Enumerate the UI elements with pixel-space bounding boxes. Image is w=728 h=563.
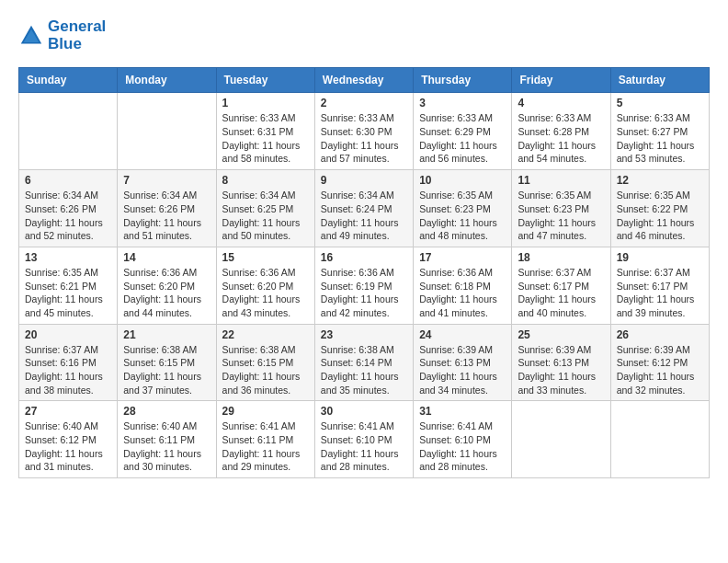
calendar-cell: 16Sunrise: 6:36 AMSunset: 6:19 PMDayligh… <box>314 247 413 324</box>
day-number: 19 <box>617 251 703 264</box>
day-number: 21 <box>123 328 210 341</box>
cell-content: Sunrise: 6:35 AMSunset: 6:23 PMDaylight:… <box>419 189 506 243</box>
calendar-cell: 14Sunrise: 6:36 AMSunset: 6:20 PMDayligh… <box>118 247 216 324</box>
weekday-header-tuesday: Tuesday <box>216 68 314 93</box>
cell-content: Sunrise: 6:33 AMSunset: 6:30 PMDaylight:… <box>321 111 407 166</box>
calendar-cell <box>118 93 216 170</box>
calendar-cell: 3Sunrise: 6:33 AMSunset: 6:29 PMDaylight… <box>414 93 512 170</box>
day-number: 15 <box>222 251 309 264</box>
cell-content: Sunrise: 6:35 AMSunset: 6:22 PMDaylight:… <box>617 189 703 243</box>
cell-content: Sunrise: 6:39 AMSunset: 6:13 PMDaylight:… <box>518 343 604 397</box>
calendar-cell: 20Sunrise: 6:37 AMSunset: 6:16 PMDayligh… <box>19 324 118 401</box>
day-number: 23 <box>321 328 407 341</box>
day-number: 17 <box>419 251 506 264</box>
weekday-header-wednesday: Wednesday <box>314 68 413 93</box>
day-number: 6 <box>25 174 111 187</box>
cell-content: Sunrise: 6:36 AMSunset: 6:20 PMDaylight:… <box>123 266 210 320</box>
calendar-cell: 18Sunrise: 6:37 AMSunset: 6:17 PMDayligh… <box>512 247 610 324</box>
calendar-cell: 29Sunrise: 6:41 AMSunset: 6:11 PMDayligh… <box>216 401 314 478</box>
day-number: 14 <box>123 251 210 264</box>
cell-content: Sunrise: 6:41 AMSunset: 6:11 PMDaylight:… <box>222 419 309 474</box>
cell-content: Sunrise: 6:33 AMSunset: 6:29 PMDaylight:… <box>419 111 506 166</box>
cell-content: Sunrise: 6:36 AMSunset: 6:19 PMDaylight:… <box>321 266 407 320</box>
cell-content: Sunrise: 6:33 AMSunset: 6:28 PMDaylight:… <box>518 111 604 166</box>
day-number: 10 <box>419 174 506 187</box>
day-number: 12 <box>617 174 703 187</box>
cell-content: Sunrise: 6:34 AMSunset: 6:26 PMDaylight:… <box>123 189 210 243</box>
calendar-cell: 25Sunrise: 6:39 AMSunset: 6:13 PMDayligh… <box>512 324 610 401</box>
day-number: 30 <box>321 405 407 418</box>
calendar-cell: 23Sunrise: 6:38 AMSunset: 6:14 PMDayligh… <box>314 324 413 401</box>
calendar-cell: 10Sunrise: 6:35 AMSunset: 6:23 PMDayligh… <box>414 170 512 247</box>
calendar-cell: 1Sunrise: 6:33 AMSunset: 6:31 PMDaylight… <box>216 93 314 170</box>
weekday-header-sunday: Sunday <box>19 68 118 93</box>
calendar-cell: 8Sunrise: 6:34 AMSunset: 6:25 PMDaylight… <box>216 170 314 247</box>
week-row-0: 1Sunrise: 6:33 AMSunset: 6:31 PMDaylight… <box>19 93 710 170</box>
calendar-cell: 12Sunrise: 6:35 AMSunset: 6:22 PMDayligh… <box>610 170 709 247</box>
calendar-cell: 26Sunrise: 6:39 AMSunset: 6:12 PMDayligh… <box>610 324 709 401</box>
day-number: 3 <box>419 97 506 109</box>
day-number: 13 <box>25 251 111 264</box>
week-row-4: 27Sunrise: 6:40 AMSunset: 6:12 PMDayligh… <box>19 401 710 478</box>
cell-content: Sunrise: 6:41 AMSunset: 6:10 PMDaylight:… <box>321 419 407 474</box>
day-number: 9 <box>321 174 407 187</box>
day-number: 24 <box>419 328 506 341</box>
cell-content: Sunrise: 6:39 AMSunset: 6:13 PMDaylight:… <box>419 343 506 397</box>
cell-content: Sunrise: 6:33 AMSunset: 6:31 PMDaylight:… <box>222 111 309 166</box>
weekday-header-monday: Monday <box>118 68 216 93</box>
day-number: 27 <box>25 405 111 418</box>
day-number: 28 <box>123 405 210 418</box>
cell-content: Sunrise: 6:38 AMSunset: 6:15 PMDaylight:… <box>222 343 309 397</box>
calendar-cell <box>19 93 118 170</box>
day-number: 18 <box>518 251 604 264</box>
calendar-cell <box>512 401 610 478</box>
calendar-cell: 21Sunrise: 6:38 AMSunset: 6:15 PMDayligh… <box>118 324 216 401</box>
calendar-cell: 11Sunrise: 6:35 AMSunset: 6:23 PMDayligh… <box>512 170 610 247</box>
calendar-cell: 2Sunrise: 6:33 AMSunset: 6:30 PMDaylight… <box>314 93 413 170</box>
week-row-2: 13Sunrise: 6:35 AMSunset: 6:21 PMDayligh… <box>19 247 710 324</box>
day-number: 22 <box>222 328 309 341</box>
logo-text: General Blue <box>48 18 106 52</box>
logo: General Blue <box>18 18 106 52</box>
calendar-table: SundayMondayTuesdayWednesdayThursdayFrid… <box>18 67 710 478</box>
calendar-cell: 31Sunrise: 6:41 AMSunset: 6:10 PMDayligh… <box>414 401 512 478</box>
weekday-header-thursday: Thursday <box>414 68 512 93</box>
cell-content: Sunrise: 6:37 AMSunset: 6:17 PMDaylight:… <box>617 266 703 320</box>
day-number: 1 <box>222 97 309 109</box>
calendar-cell: 24Sunrise: 6:39 AMSunset: 6:13 PMDayligh… <box>414 324 512 401</box>
weekday-header-saturday: Saturday <box>610 68 709 93</box>
day-number: 11 <box>518 174 604 187</box>
calendar-cell: 19Sunrise: 6:37 AMSunset: 6:17 PMDayligh… <box>610 247 709 324</box>
calendar-cell: 17Sunrise: 6:36 AMSunset: 6:18 PMDayligh… <box>414 247 512 324</box>
cell-content: Sunrise: 6:36 AMSunset: 6:18 PMDaylight:… <box>419 266 506 320</box>
day-number: 5 <box>617 97 703 109</box>
cell-content: Sunrise: 6:36 AMSunset: 6:20 PMDaylight:… <box>222 266 309 320</box>
calendar-cell: 13Sunrise: 6:35 AMSunset: 6:21 PMDayligh… <box>19 247 118 324</box>
week-row-3: 20Sunrise: 6:37 AMSunset: 6:16 PMDayligh… <box>19 324 710 401</box>
cell-content: Sunrise: 6:40 AMSunset: 6:11 PMDaylight:… <box>123 419 210 474</box>
calendar-cell: 22Sunrise: 6:38 AMSunset: 6:15 PMDayligh… <box>216 324 314 401</box>
day-number: 31 <box>419 405 506 418</box>
calendar-cell <box>610 401 709 478</box>
calendar-cell: 28Sunrise: 6:40 AMSunset: 6:11 PMDayligh… <box>118 401 216 478</box>
cell-content: Sunrise: 6:33 AMSunset: 6:27 PMDaylight:… <box>617 111 703 166</box>
day-number: 16 <box>321 251 407 264</box>
weekday-header-row: SundayMondayTuesdayWednesdayThursdayFrid… <box>19 68 710 93</box>
day-number: 4 <box>518 97 604 109</box>
day-number: 20 <box>25 328 111 341</box>
day-number: 29 <box>222 405 309 418</box>
cell-content: Sunrise: 6:35 AMSunset: 6:23 PMDaylight:… <box>518 189 604 243</box>
day-number: 8 <box>222 174 309 187</box>
weekday-header-friday: Friday <box>512 68 610 93</box>
day-number: 7 <box>123 174 210 187</box>
calendar-cell: 6Sunrise: 6:34 AMSunset: 6:26 PMDaylight… <box>19 170 118 247</box>
cell-content: Sunrise: 6:34 AMSunset: 6:26 PMDaylight:… <box>25 189 111 243</box>
calendar-cell: 30Sunrise: 6:41 AMSunset: 6:10 PMDayligh… <box>314 401 413 478</box>
cell-content: Sunrise: 6:35 AMSunset: 6:21 PMDaylight:… <box>25 266 111 320</box>
cell-content: Sunrise: 6:37 AMSunset: 6:17 PMDaylight:… <box>518 266 604 320</box>
day-number: 25 <box>518 328 604 341</box>
day-number: 2 <box>321 97 407 109</box>
cell-content: Sunrise: 6:39 AMSunset: 6:12 PMDaylight:… <box>617 343 703 397</box>
cell-content: Sunrise: 6:37 AMSunset: 6:16 PMDaylight:… <box>25 343 111 397</box>
cell-content: Sunrise: 6:34 AMSunset: 6:24 PMDaylight:… <box>321 189 407 243</box>
